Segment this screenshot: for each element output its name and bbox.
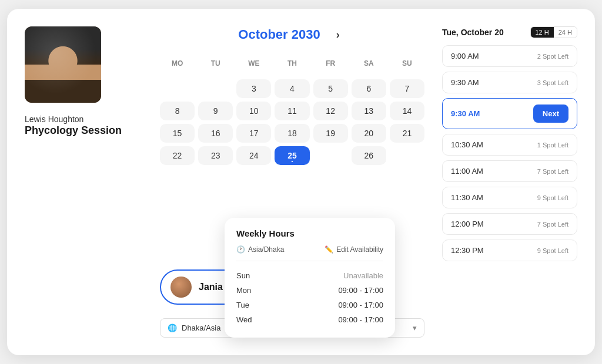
popup-timezone: 🕐 Asia/Dhaka xyxy=(236,245,284,254)
calendar-next-icon[interactable]: › xyxy=(330,26,346,43)
time-slot-time-1: 9:30 AM xyxy=(451,78,479,87)
weekly-row-day-2: Tue xyxy=(236,301,249,309)
time-slot-5[interactable]: 11:30 AM9 Spot Left xyxy=(442,187,577,208)
time-slot-right-5: 9 Spot Left xyxy=(537,194,568,201)
time-slot-right-7: 9 Spot Left xyxy=(537,247,568,254)
selected-date: Tue, October 20 xyxy=(442,28,504,37)
popup-timezone-value: Asia/Dhaka xyxy=(248,245,284,254)
time-slots-list: 9:00 AM2 Spot Left9:30 AM3 Spot Left9:30… xyxy=(442,45,577,261)
time-slot-2[interactable]: 9:30 AMNext xyxy=(442,98,577,129)
cal-day-empty xyxy=(198,79,233,98)
cal-day-empty xyxy=(390,146,424,165)
cal-day-24[interactable]: 24 xyxy=(236,146,271,165)
day-header-we: WE xyxy=(236,57,271,70)
time-slot-1[interactable]: 9:30 AM3 Spot Left xyxy=(442,72,577,93)
day-header-fr: FR xyxy=(313,57,348,70)
cal-day-19[interactable]: 19 xyxy=(313,124,348,143)
time-slot-time-6: 12:00 PM xyxy=(451,220,484,228)
calendar-month: October 2030 xyxy=(238,27,320,42)
cal-day-5[interactable]: 5 xyxy=(313,79,348,98)
weekly-row-tue: Tue09:00 - 17:00 xyxy=(236,298,383,312)
time-format-toggle[interactable]: 12 H 24 H xyxy=(530,26,578,38)
time-slot-time-0: 9:00 AM xyxy=(451,52,479,60)
day-header-sa: SA xyxy=(352,57,386,70)
main-container: Lewis Houghton Phycology Session October… xyxy=(7,9,595,355)
toggle-12h[interactable]: 12 H xyxy=(531,27,554,38)
cal-day-8[interactable]: 8 xyxy=(160,102,195,120)
timezone-value: Dhaka/Asia xyxy=(182,323,220,332)
day-header-tu: TU xyxy=(198,57,233,70)
weekly-row-time-3: 09:00 - 17:00 xyxy=(338,315,383,324)
cal-day-11[interactable]: 11 xyxy=(275,102,309,120)
month-label: October xyxy=(238,27,287,42)
time-slot-time-2: 9:30 AM xyxy=(451,109,480,118)
time-slot-3[interactable]: 10:30 AM1 Spot Left xyxy=(442,134,577,156)
time-slot-6[interactable]: 12:00 PM7 Spot Left xyxy=(442,213,577,235)
toggle-24h[interactable]: 24 H xyxy=(554,27,577,38)
edit-availability-btn[interactable]: ✏️ Edit Availability xyxy=(325,245,383,254)
time-slot-4[interactable]: 11:00 AM7 Spot Left xyxy=(442,160,577,182)
cal-day-21[interactable]: 21 xyxy=(390,124,424,143)
weekly-row-time-1: 09:00 - 17:00 xyxy=(338,286,383,295)
time-slot-0[interactable]: 9:00 AM2 Spot Left xyxy=(442,45,577,67)
cal-day-17[interactable]: 17 xyxy=(236,124,271,143)
time-slot-spots-0: 2 Spot Left xyxy=(537,53,568,60)
person-name: Lewis Houghton xyxy=(25,114,142,124)
time-slot-spots-7: 9 Spot Left xyxy=(537,247,568,254)
right-panel: Tue, October 20 12 H 24 H 9:00 AM2 Spot … xyxy=(442,26,577,338)
cal-day-20[interactable]: 20 xyxy=(352,124,386,143)
cal-day-7[interactable]: 7 xyxy=(390,79,424,98)
cal-day-6[interactable]: 6 xyxy=(352,79,386,98)
session-title: Phycology Session xyxy=(25,124,142,137)
popup-meta: 🕐 Asia/Dhaka ✏️ Edit Availability xyxy=(236,245,383,261)
time-slot-time-5: 11:30 AM xyxy=(451,193,483,202)
time-slot-right-4: 7 Spot Left xyxy=(537,168,568,175)
globe-icon: 🌐 xyxy=(168,323,177,332)
cal-day-4[interactable]: 4 xyxy=(275,79,309,98)
cal-day-18[interactable]: 18 xyxy=(275,124,309,143)
time-slot-spots-3: 1 Spot Left xyxy=(537,141,568,149)
cal-day-14[interactable]: 14 xyxy=(390,102,424,120)
cal-day-empty xyxy=(313,146,348,165)
left-panel: Lewis Houghton Phycology Session xyxy=(25,26,142,338)
weekly-row-time-2: 09:00 - 17:00 xyxy=(338,301,383,309)
time-slot-spots-1: 3 Spot Left xyxy=(537,79,568,86)
cal-day-26[interactable]: 26 xyxy=(352,146,386,165)
time-slot-right-2: Next xyxy=(533,105,568,123)
cal-day-3[interactable]: 3 xyxy=(236,79,271,98)
cal-day-22[interactable]: 22 xyxy=(160,146,195,165)
edit-icon: ✏️ xyxy=(325,245,333,254)
cal-day-16[interactable]: 16 xyxy=(198,124,233,143)
time-slot-spots-4: 7 Spot Left xyxy=(537,168,568,175)
timezone-meta-icon: 🕐 xyxy=(236,245,245,254)
weekly-row-mon: Mon09:00 - 17:00 xyxy=(236,283,383,298)
cal-day-13[interactable]: 13 xyxy=(352,102,386,120)
edit-availability-label: Edit Availability xyxy=(336,245,383,254)
user-avatar xyxy=(25,26,101,103)
time-slot-right-1: 3 Spot Left xyxy=(537,79,568,86)
popup-title: Weekly Hours xyxy=(236,228,383,238)
time-slot-right-6: 7 Spot Left xyxy=(537,221,568,228)
time-slot-right-0: 2 Spot Left xyxy=(537,53,568,60)
weekly-hours-rows: SunUnavailableMon09:00 - 17:00Tue09:00 -… xyxy=(236,268,383,327)
day-header-su: SU xyxy=(390,57,424,70)
cal-day-10[interactable]: 10 xyxy=(236,102,271,120)
weekly-row-sun: SunUnavailable xyxy=(236,268,383,283)
calendar-header: October 2030 › xyxy=(160,26,424,43)
cal-day-12[interactable]: 12 xyxy=(313,102,348,120)
day-header-th: TH xyxy=(275,57,309,70)
next-button[interactable]: Next xyxy=(533,105,568,123)
cal-day-15[interactable]: 15 xyxy=(160,124,195,143)
weekly-row-day-1: Mon xyxy=(236,286,251,295)
cal-day-23[interactable]: 23 xyxy=(198,146,233,165)
time-slot-spots-5: 9 Spot Left xyxy=(537,194,568,201)
weekly-row-wed: Wed09:00 - 17:00 xyxy=(236,312,383,327)
time-slot-7[interactable]: 12:30 PM9 Spot Left xyxy=(442,240,577,261)
date-header: Tue, October 20 12 H 24 H xyxy=(442,26,577,38)
time-slot-spots-6: 7 Spot Left xyxy=(537,221,568,228)
cal-day-25[interactable]: 25 xyxy=(275,146,309,165)
cal-day-9[interactable]: 9 xyxy=(198,102,233,120)
day-header-mo: MO xyxy=(160,57,195,70)
year-label: 2030 xyxy=(292,27,320,42)
weekly-row-day-3: Wed xyxy=(236,315,252,324)
